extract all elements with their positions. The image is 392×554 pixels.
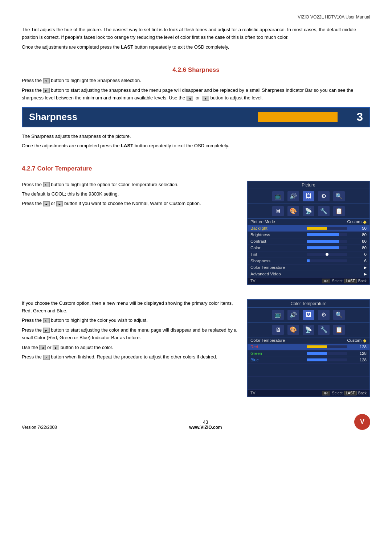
osd1-backlight-row: Backlight 50 bbox=[248, 225, 369, 232]
intro-para1: The Tint adjusts the hue of the picture.… bbox=[22, 26, 370, 41]
osd2-empty1 bbox=[248, 364, 369, 370]
osd1-contrast-fill bbox=[307, 240, 339, 243]
osd1-colortemp-label: Color Temperature bbox=[250, 265, 362, 270]
color-temp-para3: Press the ◄ or ► button if you want to c… bbox=[22, 200, 237, 207]
sharpness-bar-graphic: Sharpness 3 bbox=[22, 107, 370, 127]
osd1-backlight-value: 50 bbox=[349, 226, 367, 230]
osd1-advanced-arrow: ▶ bbox=[364, 272, 367, 276]
ct-left-icon: ◄ bbox=[43, 201, 50, 206]
osd2-sub-icon3: 📡 bbox=[303, 325, 314, 335]
osd2-bottom-right: ⊕↕ Select LAST Back bbox=[322, 391, 367, 395]
osd2-colortemp-label: Color Temperature bbox=[250, 338, 344, 342]
osd2-empty3 bbox=[248, 377, 369, 383]
osd2-green-bar bbox=[307, 352, 347, 355]
sharpness-para1: Press the S button to highlight the Shar… bbox=[22, 77, 370, 84]
osd2-icon-tv: 📺 bbox=[272, 310, 284, 320]
osd2-back-text: Back bbox=[358, 391, 367, 395]
osd1-contrast-bar bbox=[307, 240, 347, 243]
sharpness-desc1: The Sharpness adjusts the sharpness of t… bbox=[22, 132, 370, 140]
osd2-sub-icon1: 🖥 bbox=[272, 325, 284, 335]
osd1-picture-mode-label: Picture Mode bbox=[250, 219, 344, 224]
osd1-contrast-label: Contrast bbox=[250, 239, 305, 243]
osd1-contrast-row: Contrast 80 bbox=[248, 238, 369, 245]
ct2-select-icon: S bbox=[43, 318, 50, 323]
osd-icon-search: 🔍 bbox=[333, 191, 345, 201]
footer-center: 43 www.VIZIO.com bbox=[57, 419, 354, 430]
osd2-colortemp-value: Custom bbox=[344, 338, 362, 342]
osd2-red-value: 128 bbox=[349, 345, 367, 349]
osd2-icon-audio: 🔊 bbox=[287, 310, 299, 320]
osd1-advanced-label: Advanced Video bbox=[250, 272, 362, 276]
custom-para5: Press the ✓ button when finished. Repeat… bbox=[22, 353, 237, 361]
osd1-color-fill bbox=[307, 246, 339, 249]
footer-page: 43 bbox=[57, 419, 354, 425]
osd2-empty2 bbox=[248, 370, 369, 377]
osd2-red-bar bbox=[307, 345, 347, 348]
osd2-sub-icon2: 🎨 bbox=[287, 325, 299, 335]
osd-icon-audio: 🔊 bbox=[287, 191, 299, 201]
osd2-red-label: Red bbox=[250, 345, 305, 349]
page-footer: Version 7/22/2008 43 www.VIZIO.com V bbox=[22, 414, 370, 430]
osd1-bottom-right: ⊕↕ Select LAST Back bbox=[322, 279, 367, 283]
osd2-blue-label: Blue bbox=[250, 358, 305, 362]
osd2-green-label: Green bbox=[250, 351, 305, 356]
color-temp-para1: Press the S button to highlight the opti… bbox=[22, 181, 237, 188]
colortemp-osd-panel: Color Temperature 📺 🔊 🖼 ⚙ 🔍 🖥 🎨 📡 🔧 📋 Co… bbox=[247, 299, 370, 397]
osd1-picture-mode-row: Picture Mode Custom ◆ bbox=[248, 219, 369, 225]
osd2-green-row: Green 128 bbox=[248, 350, 369, 357]
osd2-icons-row: 📺 🔊 🖼 ⚙ 🔍 bbox=[248, 308, 369, 323]
custom-para4: Use the ◄ or ► button to adjust the colo… bbox=[22, 344, 237, 351]
osd2-blue-row: Blue 128 bbox=[248, 357, 369, 364]
osd1-bottom-bar: TV ⊕↕ Select LAST Back bbox=[248, 278, 369, 284]
osd2-sub-icons: 🖥 🎨 📡 🔧 📋 bbox=[248, 323, 369, 337]
sharpness-desc2: Once the adjustments are completed press… bbox=[22, 142, 370, 149]
color-temp-left1: Press the S button to highlight the opti… bbox=[22, 181, 237, 287]
osd1-color-label: Color bbox=[250, 246, 305, 250]
osd2-empty4 bbox=[248, 383, 369, 390]
osd2-icon-search: 🔍 bbox=[333, 310, 345, 320]
right-arrow-icon: ► bbox=[203, 96, 209, 101]
osd1-tint-row: Tint 0 bbox=[248, 251, 369, 258]
osd1-picture-mode-arrow: ◆ bbox=[363, 219, 367, 225]
ct2-left-icon: ◄ bbox=[39, 345, 46, 350]
osd1-backlight-bar bbox=[307, 227, 347, 230]
footer-logo: V bbox=[354, 414, 370, 430]
osd1-sharpness-fill bbox=[307, 259, 310, 262]
osd-sub-icon1: 🖥 bbox=[272, 206, 284, 216]
osd1-brightness-value: 80 bbox=[349, 233, 367, 237]
page-header: VIZIO VO22L HDTV10A User Manual bbox=[22, 15, 370, 20]
sharpness-select-icon: S bbox=[43, 78, 50, 83]
osd2-colortemp-row: Color Temperature Custom ◆ bbox=[248, 337, 369, 344]
osd1-tint-label: Tint bbox=[250, 252, 305, 257]
osd-icon-picture: 🖼 bbox=[303, 191, 314, 201]
osd-sub-icon5: 📋 bbox=[333, 206, 345, 216]
osd1-brightness-row: Brightness 80 bbox=[248, 232, 369, 238]
osd1-color-value: 80 bbox=[349, 246, 367, 250]
osd1-brightness-bar bbox=[307, 233, 347, 236]
osd2-icon-settings: ⚙ bbox=[318, 310, 330, 320]
osd2-green-value: 128 bbox=[349, 351, 367, 356]
osd1-sharpness-value: 6 bbox=[349, 259, 367, 263]
osd2-sub-icon5: 📋 bbox=[333, 325, 345, 335]
sharpness-adjust-icon: ► bbox=[43, 88, 50, 93]
intro-para2: Once the adjustments are completed press… bbox=[22, 44, 370, 51]
color-temp-osd2: Color Temperature 📺 🔊 🖼 ⚙ 🔍 🖥 🎨 📡 🔧 📋 Co… bbox=[247, 299, 370, 399]
custom-para2: Press the S button to highlight the colo… bbox=[22, 316, 237, 324]
sharpness-section-title: 4.2.6 Sharpness bbox=[22, 66, 370, 74]
osd2-blue-value: 128 bbox=[349, 358, 367, 362]
color-temp-block1: Press the S button to highlight the opti… bbox=[22, 181, 370, 287]
color-temp-left2: If you choose the Custom option, then a … bbox=[22, 299, 237, 399]
osd1-sub-icons: 🖥 🎨 📡 🔧 📋 bbox=[248, 204, 369, 219]
color-temp-para2: The default is COOL; this is the 9300K s… bbox=[22, 190, 237, 198]
osd1-colortemp-arrow: ▶ bbox=[364, 265, 367, 270]
osd1-brightness-label: Brightness bbox=[250, 233, 305, 237]
osd1-bottom-left: TV bbox=[250, 279, 255, 283]
osd2-dpad-btn: ⊕↕ bbox=[322, 391, 330, 395]
osd2-bottom-bar: TV ⊕↕ Select LAST Back bbox=[248, 390, 369, 397]
osd1-color-bar bbox=[307, 246, 347, 249]
picture-osd-panel: Picture 📺 🔊 🖼 ⚙ 🔍 🖥 🎨 📡 🔧 📋 Picture Mode… bbox=[247, 181, 370, 285]
footer-version: Version 7/22/2008 bbox=[22, 425, 57, 430]
osd2-icon-picture: 🖼 bbox=[303, 310, 314, 320]
custom-para1: If you choose the Custom option, then a … bbox=[22, 299, 237, 315]
osd-sub-icon4: 🔧 bbox=[318, 206, 330, 216]
